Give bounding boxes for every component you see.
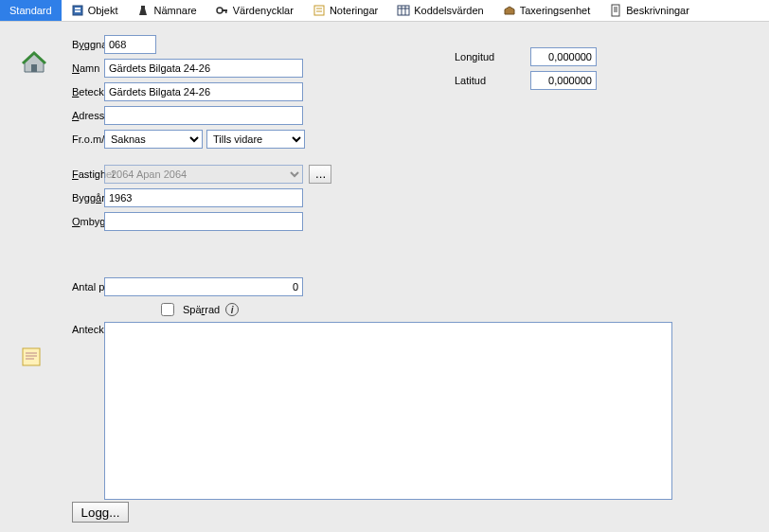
objekt-icon [71,4,84,17]
tab-beskrivningar[interactable]: Beskrivningar [599,0,699,21]
coords-panel: Longitud Latitud [455,45,597,93]
fastighet-select: 2064 Apan 2064 [104,165,303,184]
tab-noteringar-label: Noteringar [330,5,378,16]
svg-rect-13 [612,5,619,16]
tab-vardenycklar[interactable]: Värdenycklar [206,0,303,21]
beteckning-input[interactable] [104,82,303,101]
svg-rect-18 [23,348,40,365]
svg-rect-5 [225,9,227,13]
svg-rect-1 [75,8,80,9]
byggar-input[interactable] [104,188,303,207]
svg-rect-17 [31,64,37,72]
label-anteckning: Anteckning [19,322,104,335]
vardenycklar-icon [216,4,229,17]
koddelsvarden-icon [397,4,410,17]
tab-standard-label: Standard [9,5,52,16]
label-longitud: Longitud [455,51,530,62]
tab-beskrivningar-label: Beskrivningar [626,5,689,16]
sticky-note-icon [21,346,42,367]
svg-rect-6 [314,6,324,15]
from-select[interactable]: Saknas [104,130,203,149]
latitud-input[interactable] [530,71,597,90]
label-adress: Adress [19,110,104,121]
fastighet-browse-button[interactable]: ... [309,165,331,184]
adress-input[interactable] [104,106,303,125]
tab-koddelsvarden[interactable]: Koddelsvärden [387,0,492,21]
anteckning-textarea[interactable] [104,322,672,500]
antal-plan-input[interactable] [104,277,303,296]
label-byggar: Byggår [19,192,104,204]
taxeringsenhet-icon [503,4,516,17]
label-beteckning: Beteckning [19,86,104,98]
tab-koddelsvarden-label: Koddelsvärden [414,5,483,16]
label-latitud: Latitud [455,75,530,86]
tab-namnare[interactable]: Nämnare [127,0,206,21]
ombyggnadsar-input[interactable] [104,212,303,231]
label-ombyggnadsar: Ombyggnadsår [19,216,104,227]
namn-input[interactable] [104,59,303,78]
noteringar-icon [313,4,326,17]
longitud-input[interactable] [530,47,597,66]
label-antal-plan: Antal plan [19,281,104,293]
beskrivningar-icon [609,4,622,17]
tab-standard[interactable]: Standard [0,0,62,21]
namnare-icon [136,4,150,17]
info-icon[interactable]: i [225,303,239,316]
tab-objekt[interactable]: Objekt [62,0,128,21]
tom-select[interactable]: Tills vidare [206,130,305,149]
tab-taxeringsenhet[interactable]: Taxeringsenhet [493,0,600,21]
logg-button[interactable]: Logg... [72,502,129,523]
tab-noteringar[interactable]: Noteringar [303,0,387,21]
label-sparrad: Spärrad [183,304,220,315]
sparrad-checkbox[interactable] [161,303,174,316]
svg-rect-9 [398,6,409,15]
tab-vardenycklar-label: Värdenycklar [233,5,294,16]
tab-taxeringsenhet-label: Taxeringsenhet [520,5,591,16]
byggnad-input[interactable] [104,35,156,54]
tab-objekt-label: Objekt [88,5,118,16]
form-area: Byggnad Namn Beteckning Adress Fr.o.m/t.… [0,22,769,532]
svg-rect-2 [75,10,80,12]
house-icon [21,49,47,76]
tab-namnare-label: Nämnare [153,5,196,16]
label-from-tom: Fr.o.m/t.o.m [19,133,104,145]
tab-bar: Standard Objekt Nämnare Värdenycklar Not… [0,0,769,22]
label-fastighet: Fastighet [19,168,104,180]
